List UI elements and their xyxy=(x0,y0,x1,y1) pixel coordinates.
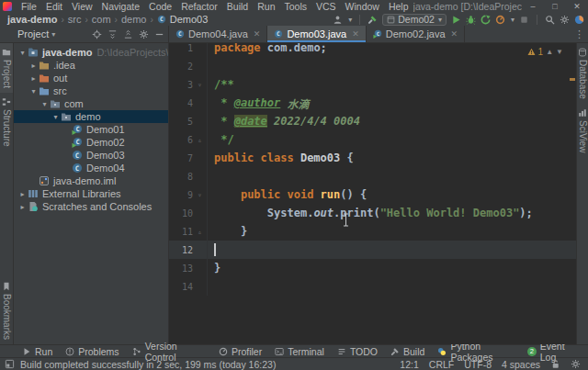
menu-item-window[interactable]: Window xyxy=(341,0,384,13)
tree-chevron-down-icon[interactable]: ▾ xyxy=(17,49,28,57)
close-button[interactable]: ✕ xyxy=(566,0,588,13)
tree-chevron-down-icon[interactable]: ▾ xyxy=(28,87,39,95)
lock-icon[interactable] xyxy=(550,359,560,369)
menu-item-tools[interactable]: Tools xyxy=(279,0,311,13)
next-problem-icon[interactable]: ▼ xyxy=(556,48,563,56)
tree-item-java-demo-iml[interactable]: java-demo.iml xyxy=(14,174,168,187)
menu-item-navigate[interactable]: Navigate xyxy=(97,0,144,13)
tool-window-button-todo[interactable]: TODO xyxy=(331,345,384,358)
menu-item-edit[interactable]: Edit xyxy=(41,0,67,13)
tool-stripe-button-database[interactable]: Database xyxy=(577,43,588,104)
tool-window-button-run[interactable]: Run xyxy=(16,345,59,358)
breadcrumb-item-java-demo[interactable]: java-demo xyxy=(7,14,57,25)
inspections-widget[interactable]: 1 ▲ ▼ xyxy=(527,47,563,57)
editor-tab-demo04-java[interactable]: CDemo04.java✕ xyxy=(169,26,267,42)
code-line-3[interactable]: 3▿/** xyxy=(169,75,576,94)
tree-item-demo03[interactable]: CDemo03 xyxy=(14,149,168,162)
hide-panel-icon[interactable] xyxy=(154,29,164,39)
tree-chevron-right-icon[interactable]: ▸ xyxy=(17,190,28,198)
tree-item-src[interactable]: ▾src xyxy=(14,84,168,97)
fold-marker[interactable]: ▿ xyxy=(193,191,207,199)
breadcrumb-item-demo03[interactable]: Demo03 xyxy=(170,14,209,25)
breadcrumb-item-src[interactable]: src xyxy=(68,14,82,25)
debug-button[interactable] xyxy=(466,15,476,25)
code-line-12[interactable]: 12 xyxy=(169,241,576,259)
tree-item-com[interactable]: ▾com xyxy=(14,97,168,110)
menu-item-refactor[interactable]: Refactor xyxy=(176,0,222,13)
tab-close-icon[interactable]: ✕ xyxy=(352,29,359,39)
tool-window-button-terminal[interactable]: Terminal xyxy=(268,345,331,358)
tool-window-button-version-control[interactable]: Version Control xyxy=(126,345,212,358)
code-line-10[interactable]: 10 System.out.print("Hello World! Demo03… xyxy=(169,204,576,222)
tree-item-demo04[interactable]: CDemo04 xyxy=(14,162,168,174)
profiler-button[interactable] xyxy=(495,15,505,25)
project-panel-title[interactable]: Project xyxy=(17,28,49,39)
expand-all-icon[interactable] xyxy=(107,29,118,39)
tool-window-switcher-icon[interactable] xyxy=(5,359,15,369)
code-line-1[interactable]: 1package com.demo; xyxy=(169,43,576,57)
code-line-5[interactable]: 5 * @date 2022/4/4 0004 xyxy=(169,112,576,130)
code-line-4[interactable]: 4 * @author 水滴 xyxy=(169,94,576,112)
menu-item-vcs[interactable]: VCS xyxy=(311,0,341,13)
menu-item-build[interactable]: Build xyxy=(222,0,253,13)
locate-file-icon[interactable] xyxy=(92,29,102,39)
code-line-9[interactable]: 9▿ public void run() { xyxy=(169,185,576,204)
search-everywhere-icon[interactable] xyxy=(545,15,555,25)
tree-item-scratches-and-consoles[interactable]: ▸Scratches and Consoles xyxy=(14,200,168,213)
code-line-6[interactable]: 6▵ */ xyxy=(169,130,576,149)
minimize-button[interactable]: – xyxy=(522,0,544,13)
code-line-14[interactable]: 14 xyxy=(169,277,576,296)
tree-chevron-down-icon[interactable]: ▾ xyxy=(51,113,61,121)
editor-scrollbar[interactable] xyxy=(569,43,576,344)
coverage-button[interactable] xyxy=(481,15,491,25)
file-encoding[interactable]: UTF-8 xyxy=(464,359,492,370)
tool-stripe-button-project[interactable]: Project xyxy=(0,43,13,93)
tree-item-idea[interactable]: ▸.idea xyxy=(14,59,168,72)
tree-chevron-right-icon[interactable]: ▸ xyxy=(17,203,28,211)
tool-stripe-button-sciview[interactable]: SciView xyxy=(577,104,588,157)
tree-item-java-demo[interactable]: ▾java-demoD:\IdeaProjects\java-demo xyxy=(14,46,168,59)
warning-stripe-mark[interactable] xyxy=(570,78,575,81)
breadcrumb-item-demo[interactable]: demo xyxy=(121,14,147,25)
user-icon[interactable] xyxy=(333,15,343,25)
panel-settings-icon[interactable] xyxy=(139,29,149,39)
code-line-13[interactable]: 13} xyxy=(169,259,576,277)
caret-position[interactable]: 12:1 xyxy=(400,359,418,370)
run-configuration-select[interactable]: Demo02 ▾ xyxy=(382,14,447,26)
code-editor[interactable]: 1package com.demo;23▿/**4 * @author 水滴5 … xyxy=(169,43,576,344)
profile-avatar[interactable] xyxy=(574,15,584,25)
build-project-button[interactable] xyxy=(368,15,378,25)
tree-item-demo[interactable]: ▾demo xyxy=(14,110,168,123)
code-line-8[interactable]: 8 xyxy=(169,167,576,185)
menu-item-code[interactable]: Code xyxy=(144,0,176,13)
line-separator[interactable]: CRLF xyxy=(429,359,454,370)
tree-item-external-libraries[interactable]: ▸External Libraries xyxy=(14,187,168,200)
tab-close-icon[interactable]: ✕ xyxy=(254,29,261,39)
editor-tab-demo02-java[interactable]: CDemo02.java✕ xyxy=(367,26,465,42)
tree-chevron-down-icon[interactable]: ▾ xyxy=(40,100,50,108)
tree-chevron-right-icon[interactable]: ▸ xyxy=(28,74,39,83)
tree-item-out[interactable]: ▸out xyxy=(14,72,168,84)
fold-marker[interactable]: ▿ xyxy=(193,81,207,89)
tool-stripe-button-structure[interactable]: Structure xyxy=(0,93,13,151)
previous-problem-icon[interactable]: ▲ xyxy=(546,48,553,56)
menu-item-file[interactable]: File xyxy=(17,0,41,13)
tab-close-icon[interactable]: ✕ xyxy=(451,29,458,39)
fold-marker[interactable]: ▵ xyxy=(193,228,207,236)
tool-stripe-button-bookmarks[interactable]: Bookmarks xyxy=(0,277,13,344)
code-line-2[interactable]: 2 xyxy=(169,57,576,75)
run-button[interactable] xyxy=(451,15,461,25)
tree-item-demo01[interactable]: CDemo01 xyxy=(14,123,168,136)
tree-chevron-right-icon[interactable]: ▸ xyxy=(28,62,39,70)
tree-item-demo02[interactable]: CDemo02 xyxy=(14,136,168,149)
settings-gear-icon[interactable] xyxy=(560,15,570,25)
indent-style[interactable]: 4 spaces xyxy=(502,359,540,370)
tab-options-kebab-icon[interactable]: ⋮ xyxy=(574,28,584,40)
collapse-all-icon[interactable] xyxy=(123,29,133,39)
breadcrumb-item-com[interactable]: com xyxy=(92,14,111,25)
fold-marker[interactable]: ▵ xyxy=(193,136,207,144)
menu-item-run[interactable]: Run xyxy=(253,0,279,13)
maximize-button[interactable]: □ xyxy=(544,0,566,13)
tool-window-button-build[interactable]: Build xyxy=(384,345,431,358)
notifications-gear-icon[interactable] xyxy=(571,359,581,369)
